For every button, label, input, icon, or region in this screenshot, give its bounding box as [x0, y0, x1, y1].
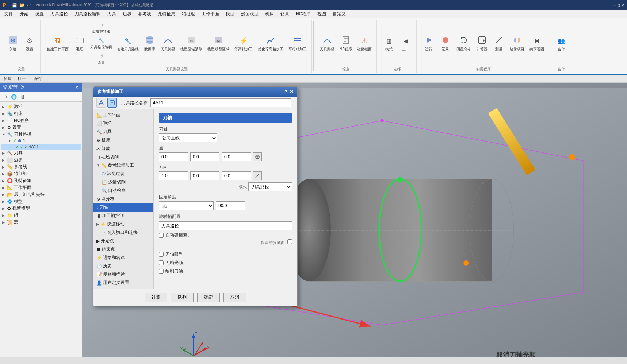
quick-access-save[interactable]: 💾 — [12, 3, 17, 8]
keep-collision-checkbox[interactable] — [287, 239, 292, 244]
sidebar-item-settings2[interactable]: ▶ ⚙ 设置 — [1, 124, 81, 131]
dlg-tree-usersettings[interactable]: 👤 用户定义设置 — [93, 279, 153, 287]
menu-file[interactable]: 文件 — [1, 10, 16, 18]
menu-model[interactable]: 模型 — [223, 10, 237, 18]
dlg-tree-rapid[interactable]: ▶ ⚡ 快进移动 — [93, 220, 153, 228]
ribbon-btn-create[interactable]: ⊕ 创建 — [5, 33, 20, 53]
dlg-tree-tool[interactable]: 🔨 刀具 — [93, 128, 153, 136]
sidebar-item-machine[interactable]: ▶ 🔩 机床 — [1, 110, 81, 117]
auto-avoid-checkbox[interactable] — [159, 233, 164, 238]
ribbon-btn-mirror[interactable]: 镜像项目 — [508, 33, 526, 53]
dlg-tree-pointdist[interactable]: ⊙ 点分布 — [93, 195, 153, 203]
sidebar-item-residual2[interactable]: ▶ ♻ 残留模型 — [1, 205, 81, 212]
sidebar-item-workplane2[interactable]: ▶ 📐 工作平面 — [1, 184, 81, 191]
dialog-refline-finish[interactable]: 参考线精加工 ? ✕ 刀具路径名称 — [93, 86, 298, 306]
ribbon-btn-feed[interactable]: ↑↓ 进给和转速 — [89, 20, 114, 35]
sidebar-item-holefeat2[interactable]: ▶ ⭕ 孔特征集 — [1, 177, 81, 184]
ribbon-btn-prev[interactable]: ◀ 上一 — [398, 33, 413, 53]
menu-nc[interactable]: NC程序 — [293, 10, 314, 18]
ts-save[interactable]: 保存 — [32, 75, 44, 82]
menu-machine[interactable]: 机床 — [262, 10, 277, 18]
axis-smooth-checkbox[interactable] — [159, 260, 164, 265]
axis-limit-checkbox[interactable] — [159, 252, 164, 257]
ribbon-btn-area-remove[interactable]: ✂ 模型区域清除 — [179, 33, 204, 53]
sidebar-item-layergroup[interactable]: ▶ 📂 层、组合和夹持 — [1, 191, 81, 198]
minimize-btn[interactable]: ─ — [613, 3, 616, 7]
menu-toolpath-edit[interactable]: 刀具路径编辑 — [72, 10, 104, 18]
fixed-angle-select[interactable]: 无 固定 角度范围 — [159, 201, 214, 210]
point-z-input[interactable] — [222, 152, 251, 161]
sidebar-item-tp1[interactable]: ▼ ✓ 1 — [1, 138, 81, 144]
sidebar-toolbar-btn1[interactable]: ⊕ — [1, 93, 9, 100]
dir-y-input[interactable] — [190, 171, 219, 180]
sidebar-toolbar-btn3[interactable]: 🗑 — [19, 93, 26, 100]
quick-access-open[interactable]: 📂 — [19, 3, 25, 8]
ribbon-btn-mode[interactable]: ▦ 模式 — [381, 33, 397, 53]
menu-residual[interactable]: 残留模型 — [238, 10, 261, 18]
ribbon-btn-area-rest[interactable]: ⊠ 模型残留区域 — [206, 33, 231, 53]
point-x-input[interactable] — [159, 152, 188, 161]
sidebar-item-featgroup2[interactable]: ▶ 📦 特征组 — [1, 170, 81, 177]
maximize-btn[interactable]: □ — [618, 3, 620, 7]
ribbon-btn-settings[interactable]: ⚙ 设置 — [22, 33, 37, 53]
draw-axis-checkbox[interactable] — [159, 269, 164, 274]
ribbon-btn-db[interactable]: 数据库 — [142, 33, 157, 53]
ribbon-btn-tppath[interactable]: 刀具路径 — [159, 33, 177, 53]
menu-custom[interactable]: 自定义 — [330, 10, 349, 18]
ribbon-btn-highspeed[interactable]: ⚡ 等高精加工 — [233, 33, 255, 53]
axis-select[interactable]: 朝向直线 朝向点 垂直于曲面 固定方向 — [159, 133, 217, 142]
ribbon-btn-collision[interactable]: ⚠ 碰撞截面 — [355, 33, 374, 53]
viewport[interactable]: 取消刀轴光顺 参考线精加工 ? ✕ 刀具路径名称 — [82, 83, 627, 364]
dlg-tree-avoid[interactable]: 🛡 涵免过切 — [93, 170, 153, 178]
dlg-tree-blankcut[interactable]: ◻ 毛坯切削 — [93, 153, 153, 161]
menu-workplane[interactable]: 工作平面 — [199, 10, 222, 18]
ribbon-btn-optimize[interactable]: 优化等高精加工 — [256, 33, 285, 53]
dir-z-input[interactable] — [222, 171, 251, 180]
sidebar-item-model2[interactable]: ▶ 💠 模型 — [1, 198, 81, 205]
sidebar-item-group2[interactable]: ▶ 📁 组 — [1, 212, 81, 219]
ribbon-btn-workplane[interactable]: 🏗 创建工作平面 — [45, 33, 70, 53]
dlg-tree-clip[interactable]: ✂ 剪裁 — [93, 144, 153, 153]
dlg-tree-refline[interactable]: ▼ 📏 参考线精加工 — [93, 161, 153, 170]
quick-access-undo[interactable]: ↩ — [27, 3, 31, 8]
sidebar-item-refline2[interactable]: ▶ 📏 参考线 — [1, 163, 81, 170]
dlg-tree-multicut[interactable]: 📋 多量切削 — [93, 178, 153, 186]
ts-open[interactable]: 打开 — [15, 75, 28, 82]
dialog-help-btn[interactable]: ? — [284, 89, 287, 94]
ribbon-btn-record[interactable]: 记录 — [438, 33, 453, 53]
sidebar-close-btn[interactable]: ✕ — [75, 85, 79, 90]
menu-refline[interactable]: 参考线 — [135, 10, 154, 18]
sidebar-item-activate[interactable]: ▶ ⚡ 激活 — [1, 103, 81, 110]
dlg-tree-feed[interactable]: ⚡ 进给和转速 — [93, 253, 153, 262]
ribbon-btn-parallel[interactable]: 平行精加工 — [287, 33, 309, 53]
dlg-tree-endpt[interactable]: ⏹ 结束点 — [93, 245, 153, 253]
ribbon-btn-measure[interactable]: 测量 — [491, 33, 506, 53]
dlg-tree-workplane[interactable]: 📐 工作平面 — [93, 111, 153, 119]
menu-settings[interactable]: 设置 — [32, 10, 47, 18]
point-y-input[interactable] — [190, 152, 219, 161]
fixed-angle-value-input[interactable] — [216, 201, 245, 210]
menu-boundary[interactable]: 边界 — [120, 10, 134, 18]
dlg-tree-machine[interactable]: ⚙ 机床 — [93, 136, 153, 144]
rotation-config-input[interactable] — [159, 221, 292, 230]
close-btn[interactable]: ✕ — [621, 3, 624, 7]
ribbon-btn-collab[interactable]: 👥 合作 — [554, 33, 569, 53]
menu-hole[interactable]: 孔特征集 — [155, 10, 178, 18]
menu-featgroup[interactable]: 特征组 — [179, 10, 198, 18]
dlg-tree-startpt[interactable]: ▶ 开始点 — [93, 237, 153, 245]
ribbon-btn-reset[interactable]: 回显命令 — [455, 33, 473, 53]
point-pick-btn[interactable] — [253, 152, 262, 161]
dialog-close-btn[interactable]: ✕ — [290, 89, 294, 94]
footer-btn-ok[interactable]: 确定 — [197, 293, 220, 302]
menu-start[interactable]: 开始 — [17, 10, 31, 18]
dir-x-input[interactable] — [159, 171, 188, 180]
dialog-tb-btn2[interactable] — [107, 98, 117, 108]
ribbon-btn-blank[interactable]: 毛坯 — [72, 33, 87, 53]
dir-pick-btn[interactable] — [253, 171, 262, 180]
dialog-tb-btn1[interactable] — [96, 98, 106, 108]
ribbon-btn-createtp[interactable]: 🔧 创建刀具路径 — [115, 33, 141, 53]
dlg-tree-autocheck[interactable]: 🔍 自动检查 — [93, 186, 153, 195]
dlg-tree-notes[interactable]: 📝 便签和描述 — [93, 270, 153, 279]
ribbon-btn-allowance[interactable]: ↺ 余量 — [89, 51, 114, 66]
ribbon-btn-tppath2[interactable]: 刀具路径 — [318, 33, 336, 53]
